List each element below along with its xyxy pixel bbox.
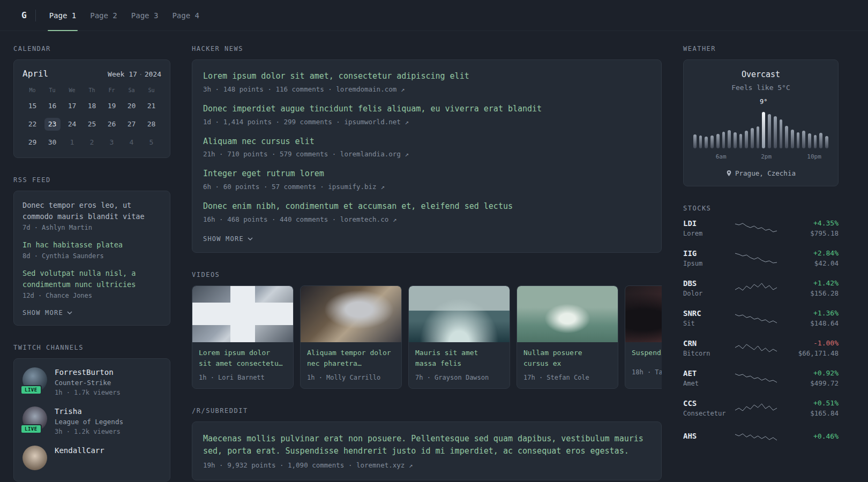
subreddit-card: Maecenas mollis pulvinar erat non posuer… <box>192 421 662 480</box>
hn-item-meta[interactable]: 1d · 1,414 points · 299 comments · ipsum… <box>203 118 650 126</box>
stock-row[interactable]: AHS +0.46% <box>683 429 839 443</box>
twitch-channel[interactable]: LIVE Trisha League of Legends 3h · 1.2k … <box>23 406 161 435</box>
stock-ticker: IIG <box>683 249 730 258</box>
video-card[interactable]: Mauris sit amet massa felis 7h · Grayson… <box>408 285 510 389</box>
weather-bar-current <box>762 112 765 148</box>
calendar-day: 3 <box>102 136 122 149</box>
stock-price: $499.72 <box>782 379 839 387</box>
hn-item-title[interactable]: Lorem ipsum dolor sit amet, consectetur … <box>203 71 650 82</box>
stock-change: +0.92% <box>782 369 839 377</box>
stock-change: +0.46% <box>782 432 839 440</box>
chevron-down-icon <box>248 237 253 240</box>
twitch-widget: TWITCH CHANNELS LIVE ForrestBurton Count… <box>13 344 170 481</box>
video-title: Suspendisse diam <box>625 342 662 364</box>
hn-item-title[interactable]: Aliquam nec cursus elit <box>203 136 650 148</box>
calendar-year: 2024 <box>145 70 161 78</box>
video-card[interactable]: Aliquam tempor dolor nec pharetra… 1h · … <box>300 285 402 389</box>
calendar-day: 28 <box>141 118 161 131</box>
stock-price: $156.28 <box>782 289 839 297</box>
stock-row[interactable]: SNRCSit +1.36%$148.64 <box>683 309 839 327</box>
widget-title-rss: RSS FEED <box>13 176 170 184</box>
calendar-day-header: Tu <box>42 87 62 94</box>
video-meta: 1h · Molly Carrillo <box>301 369 401 388</box>
video-thumbnail <box>192 286 293 342</box>
hackernews-widget: HACKER NEWS Lorem ipsum dolor sit amet, … <box>192 45 662 253</box>
app-logo[interactable]: G <box>13 0 35 31</box>
hn-item-title[interactable]: Donec imperdiet augue tincidunt felis al… <box>203 103 650 115</box>
stock-price: $42.04 <box>782 259 839 267</box>
rss-item-meta: 12d · Chance Jones <box>23 292 161 299</box>
stock-sparkline <box>735 429 777 443</box>
twitch-channel[interactable]: KendallCarr <box>23 446 161 470</box>
rss-item-title[interactable]: Donec tempor eros leo, ut commodo mauris… <box>23 200 161 222</box>
stock-ticker: DBS <box>683 279 730 288</box>
video-thumbnail <box>301 286 401 342</box>
twitch-channel[interactable]: LIVE ForrestBurton Counter-Strike 1h · 1… <box>23 367 161 396</box>
stock-name: Amet <box>683 380 730 387</box>
stock-row[interactable]: IIGIpsum +2.84%$42.04 <box>683 249 839 267</box>
widget-title-calendar: CALENDAR <box>13 45 170 52</box>
calendar-day: 18 <box>82 100 102 112</box>
video-card[interactable]: Nullam posuere cursus ex 17h · Stefan Co… <box>517 285 618 389</box>
weather-bar <box>705 137 708 148</box>
calendar-day: 19 <box>102 100 122 112</box>
hn-item-title[interactable]: Integer eget rutrum lorem <box>203 168 650 180</box>
stock-change: +2.84% <box>782 249 839 257</box>
hn-item-meta[interactable]: 6h · 60 points · 57 comments · ipsumify.… <box>203 183 650 191</box>
stock-row[interactable]: CCSConsectetur +0.51%$165.84 <box>683 399 839 417</box>
weather-bar <box>693 134 697 148</box>
tab-page-3[interactable]: Page 3 <box>124 0 166 31</box>
stock-row[interactable]: LDILorem +4.35%$795.18 <box>683 219 839 237</box>
stock-ticker: CRN <box>683 339 730 348</box>
video-card[interactable]: Suspendisse diam 18h · Tara <box>625 285 662 389</box>
stock-name: Consectetur <box>683 410 730 417</box>
hn-item-meta[interactable]: 21h · 710 points · 579 comments · loreml… <box>203 150 650 158</box>
rss-item: Donec tempor eros leo, ut commodo mauris… <box>23 200 161 231</box>
show-more-label: SHOW MORE <box>203 235 244 243</box>
twitch-card: LIVE ForrestBurton Counter-Strike 1h · 1… <box>13 358 170 481</box>
stock-price: $66,171.48 <box>782 349 839 357</box>
stock-row[interactable]: CRNBitcorn -1.00%$66,171.48 <box>683 339 839 357</box>
calendar-month: April <box>23 69 48 79</box>
calendar-day: 26 <box>102 118 122 131</box>
weather-location-label: Prague, Czechia <box>735 169 796 177</box>
calendar-day-header: Sa <box>122 87 141 94</box>
hn-show-more-button[interactable]: SHOW MORE <box>203 234 253 243</box>
channel-category: League of Legends <box>55 418 123 426</box>
stock-row[interactable]: AETAmet +0.92%$499.72 <box>683 369 839 387</box>
reddit-post-meta[interactable]: 19h · 9,932 points · 1,090 comments · lo… <box>203 461 650 469</box>
tab-page-2[interactable]: Page 2 <box>83 0 124 31</box>
channel-name: KendallCarr <box>55 446 104 455</box>
stock-price: $795.18 <box>782 229 839 237</box>
channel-viewers: 1h · 1.7k viewers <box>55 389 121 396</box>
stock-sparkline <box>735 401 777 415</box>
hn-item-meta[interactable]: 3h · 148 points · 116 comments · loremdo… <box>203 85 650 93</box>
video-meta: 1h · Lori Barnett <box>192 369 293 388</box>
calendar-day: 16 <box>42 100 62 112</box>
hn-item: Lorem ipsum dolor sit amet, consectetur … <box>203 71 650 93</box>
videos-widget: VIDEOS Lorem ipsum dolor sit amet consec… <box>192 271 662 389</box>
hn-item-title[interactable]: Donec enim nibh, condimentum et accumsan… <box>203 201 650 213</box>
hn-item-meta[interactable]: 16h · 468 points · 440 comments · loremt… <box>203 215 650 223</box>
calendar-grid: MoTuWeThFrSaSu15161718192021222324252627… <box>23 87 161 149</box>
calendar-header: April Week 17·2024 <box>23 69 161 79</box>
reddit-post-title[interactable]: Maecenas mollis pulvinar erat non posuer… <box>203 433 650 458</box>
tab-page-1[interactable]: Page 1 <box>42 0 84 31</box>
calendar-day: 29 <box>23 136 42 149</box>
calendar-day: 30 <box>42 136 62 149</box>
rss-item-title[interactable]: In hac habitasse platea <box>23 239 161 251</box>
rss-item-title[interactable]: Sed volutpat nulla nisl, a condimentum n… <box>23 268 161 290</box>
rss-show-more-button[interactable]: SHOW MORE <box>23 307 72 317</box>
location-pin-icon <box>726 170 732 177</box>
tab-page-4[interactable]: Page 4 <box>165 0 206 31</box>
stock-change: +1.42% <box>782 279 839 287</box>
stock-name: Ipsum <box>683 260 730 267</box>
chevron-down-icon <box>67 311 72 314</box>
stock-sparkline <box>735 221 777 235</box>
stock-row[interactable]: DBSDolor +1.42%$156.28 <box>683 279 839 297</box>
weather-bar <box>751 128 754 148</box>
channel-info: ForrestBurton Counter-Strike 1h · 1.7k v… <box>55 367 121 396</box>
video-card[interactable]: Lorem ipsum dolor sit amet consectetu… 1… <box>192 285 294 389</box>
widget-title-weather: WEATHER <box>683 45 839 52</box>
weather-bar <box>722 132 725 148</box>
